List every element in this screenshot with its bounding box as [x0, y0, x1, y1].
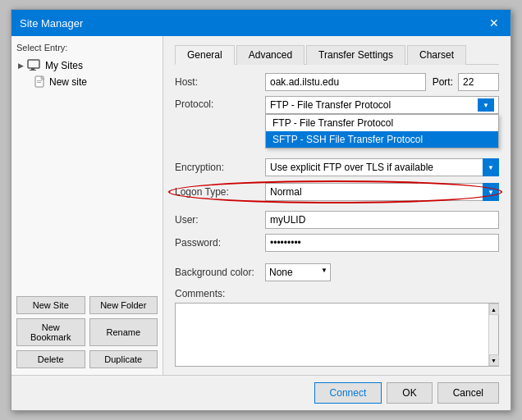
- left-panel: Select Entry: ▶ My Sites: [11, 36, 163, 375]
- port-label: Port:: [433, 76, 453, 88]
- comments-box: ▲ ▼: [175, 303, 499, 367]
- scrollbar-up[interactable]: ▲: [489, 304, 499, 315]
- port-input[interactable]: [458, 73, 499, 91]
- svg-rect-0: [28, 60, 39, 68]
- protocol-option-sftp[interactable]: SFTP - SSH File Transfer Protocol: [266, 131, 498, 148]
- protocol-dropdown-arrow[interactable]: ▼: [478, 98, 494, 112]
- dialog-title: Site Manager: [20, 17, 83, 30]
- protocol-label: Protocol:: [175, 98, 265, 110]
- tab-transfer-settings[interactable]: Transfer Settings: [306, 45, 405, 65]
- new-site-item[interactable]: New site: [16, 74, 158, 90]
- password-input[interactable]: [265, 234, 499, 252]
- comments-scrollbar[interactable]: ▲ ▼: [488, 304, 498, 366]
- new-site-icon: [34, 75, 46, 89]
- ok-button[interactable]: OK: [387, 382, 432, 404]
- bg-color-wrapper: None Red Blue Green ▼: [265, 263, 331, 281]
- scrollbar-down[interactable]: ▼: [489, 354, 499, 366]
- tree-my-sites[interactable]: ▶ My Sites: [16, 57, 158, 74]
- user-row: User:: [175, 211, 499, 229]
- dialog-footer: Connect OK Cancel: [11, 375, 511, 410]
- svg-rect-5: [37, 80, 42, 81]
- tab-charset[interactable]: Charset: [407, 45, 466, 65]
- encryption-row: Encryption: Use explicit FTP over TLS if…: [175, 158, 499, 176]
- host-row: Host: Port:: [175, 73, 499, 91]
- svg-rect-1: [31, 68, 34, 70]
- background-color-label: Background color:: [175, 267, 265, 278]
- bg-color-select[interactable]: None Red Blue Green: [265, 263, 331, 281]
- my-sites-icon: [27, 59, 42, 72]
- new-bookmark-button[interactable]: New Bookmark: [16, 318, 85, 346]
- logon-type-select[interactable]: Normal Anonymous Ask for password Intera…: [265, 183, 499, 201]
- new-site-button[interactable]: New Site: [16, 296, 85, 314]
- right-panel: General Advanced Transfer Settings Chars…: [163, 36, 511, 375]
- logon-type-select-wrapper: Normal Anonymous Ask for password Intera…: [265, 183, 499, 201]
- cancel-button[interactable]: Cancel: [437, 382, 499, 404]
- logon-type-row: Logon Type: Normal Anonymous Ask for pas…: [175, 183, 499, 201]
- protocol-row: Protocol: FTP - File Transfer Protocol ▼…: [175, 96, 499, 114]
- site-manager-dialog: Site Manager ✕ Select Entry: ▶ My Sites: [11, 9, 511, 411]
- logon-type-label: Logon Type:: [175, 186, 265, 198]
- host-input[interactable]: [265, 73, 426, 91]
- dialog-body: Select Entry: ▶ My Sites: [11, 36, 511, 375]
- left-panel-buttons: New Site New Folder New Bookmark Rename …: [16, 296, 158, 368]
- password-row: Password:: [175, 234, 499, 252]
- title-bar: Site Manager ✕: [11, 10, 511, 36]
- protocol-input-box[interactable]: FTP - File Transfer Protocol ▼: [265, 96, 499, 114]
- host-label: Host:: [175, 76, 265, 88]
- tab-advanced[interactable]: Advanced: [236, 45, 304, 65]
- comments-label: Comments:: [175, 288, 499, 299]
- tab-general[interactable]: General: [175, 45, 235, 65]
- comments-container: Comments: ▲ ▼: [175, 288, 499, 367]
- comments-textarea[interactable]: [176, 304, 488, 366]
- new-site-label: New site: [49, 76, 87, 88]
- expand-icon: ▶: [18, 62, 24, 70]
- logon-type-row-wrapper: Logon Type: Normal Anonymous Ask for pas…: [175, 183, 499, 201]
- user-label: User:: [175, 214, 265, 226]
- close-button[interactable]: ✕: [486, 15, 502, 31]
- password-label: Password:: [175, 237, 265, 249]
- encryption-label: Encryption:: [175, 162, 265, 173]
- protocol-option-ftp[interactable]: FTP - File Transfer Protocol: [266, 115, 498, 131]
- my-sites-label: My Sites: [45, 60, 83, 71]
- svg-rect-6: [37, 82, 41, 83]
- protocol-options-list: FTP - File Transfer Protocol SFTP - SSH …: [265, 114, 499, 148]
- encryption-select[interactable]: Use explicit FTP over TLS if available: [265, 158, 499, 176]
- duplicate-button[interactable]: Duplicate: [89, 350, 158, 368]
- connect-button[interactable]: Connect: [314, 382, 382, 404]
- rename-button[interactable]: Rename: [89, 318, 158, 346]
- scrollbar-track: [489, 315, 498, 354]
- delete-button[interactable]: Delete: [16, 350, 85, 368]
- encryption-select-wrapper: Use explicit FTP over TLS if available: [265, 158, 499, 176]
- tabs: General Advanced Transfer Settings Chars…: [175, 44, 499, 65]
- svg-rect-2: [30, 70, 36, 71]
- new-folder-button[interactable]: New Folder: [89, 296, 158, 314]
- protocol-selected-text: FTP - File Transfer Protocol: [270, 99, 478, 111]
- select-entry-label: Select Entry:: [16, 43, 158, 52]
- background-color-row: Background color: None Red Blue Green ▼: [175, 263, 499, 281]
- user-input[interactable]: [265, 211, 499, 229]
- protocol-dropdown-container: FTP - File Transfer Protocol ▼ FTP - Fil…: [265, 96, 499, 114]
